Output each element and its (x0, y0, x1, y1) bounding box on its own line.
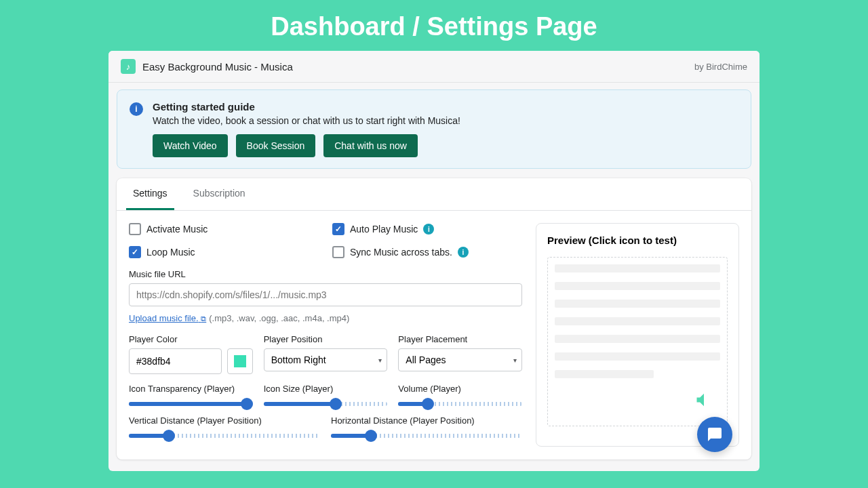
activate-music-label: Activate Music (146, 224, 208, 235)
sync-music-checkbox[interactable] (332, 246, 344, 258)
app-window: ♪ Easy Background Music - Musica by Bird… (108, 51, 760, 471)
horizontal-distance-label: Horizontal Distance (Player Position) (331, 415, 522, 426)
book-session-button[interactable]: Book Session (236, 134, 316, 157)
icon-transparency-slider[interactable] (129, 402, 253, 406)
tab-settings[interactable]: Settings (126, 178, 174, 210)
settings-card: Settings Subscription Activate Music Aut… (117, 178, 751, 460)
upload-music-link[interactable]: Upload music file. ⧉ (129, 313, 206, 323)
external-link-icon: ⧉ (201, 314, 206, 323)
vertical-distance-slider[interactable] (129, 434, 320, 438)
music-url-label: Music file URL (129, 269, 522, 279)
volume-slider[interactable] (398, 402, 522, 406)
icon-transparency-label: Icon Transparency (Player) (129, 384, 253, 394)
guide-title: Getting started guide (153, 101, 460, 113)
player-color-label: Player Color (129, 334, 253, 344)
tab-subscription[interactable]: Subscription (186, 178, 252, 210)
preview-card: Preview (Click icon to test) (536, 223, 739, 447)
speaker-icon[interactable] (694, 390, 713, 412)
player-position-select[interactable]: Bottom Right (264, 348, 388, 371)
player-color-swatch[interactable] (227, 348, 253, 374)
info-icon: i (130, 102, 143, 116)
icon-size-label: Icon Size (Player) (264, 384, 388, 394)
autoplay-music-label: Auto Play Music (350, 224, 418, 235)
loop-music-checkbox[interactable] (129, 246, 141, 258)
app-name: Easy Background Music - Musica (142, 61, 293, 73)
music-url-input[interactable] (129, 283, 522, 306)
sync-music-label: Sync Music across tabs. (350, 247, 452, 258)
autoplay-music-checkbox[interactable] (332, 223, 344, 235)
player-placement-select[interactable]: All Pages (398, 348, 522, 371)
volume-label: Volume (Player) (398, 384, 522, 394)
guide-description: Watch the video, book a session or chat … (153, 115, 460, 126)
vertical-distance-label: Vertical Distance (Player Position) (129, 415, 320, 426)
loop-music-label: Loop Music (146, 247, 195, 258)
preview-title: Preview (Click icon to test) (547, 235, 728, 246)
tabs: Settings Subscription (117, 178, 751, 211)
app-header: ♪ Easy Background Music - Musica by Bird… (108, 51, 760, 83)
player-placement-label: Player Placement (398, 334, 522, 344)
chat-icon (707, 426, 723, 443)
horizontal-distance-slider[interactable] (331, 434, 522, 438)
file-extensions-hint: (.mp3, .wav, .ogg, .aac, .m4a, .mp4) (209, 313, 349, 323)
activate-music-checkbox[interactable] (129, 223, 141, 235)
chat-fab-button[interactable] (697, 417, 732, 452)
app-author: by BirdChime (694, 62, 747, 72)
player-position-label: Player Position (264, 334, 388, 344)
getting-started-card: i Getting started guide Watch the video,… (117, 89, 751, 169)
player-color-input[interactable] (129, 348, 222, 374)
autoplay-info-icon[interactable]: i (423, 224, 434, 235)
app-logo-icon: ♪ (121, 59, 136, 74)
sync-info-icon[interactable]: i (458, 247, 469, 258)
icon-size-slider[interactable] (264, 402, 388, 406)
watch-video-button[interactable]: Watch Video (153, 134, 228, 157)
page-title: Dashboard / Settings Page (0, 0, 868, 48)
preview-area (547, 257, 728, 426)
chat-now-button[interactable]: Chat with us now (323, 134, 418, 157)
